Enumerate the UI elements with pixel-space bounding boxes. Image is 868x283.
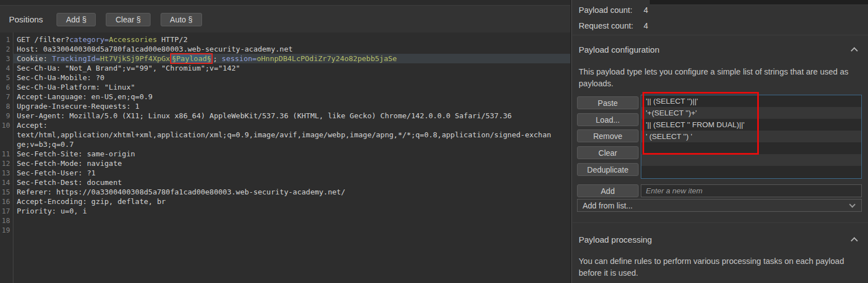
payload-list-empty-row [641, 166, 861, 178]
editor-line[interactable]: 10Accept: [0, 120, 570, 130]
line-number: 18 [0, 216, 13, 225]
line-number: 17 [0, 206, 13, 216]
line-number: 16 [0, 197, 13, 206]
paste-button[interactable]: Paste [577, 96, 639, 109]
line-number: 15 [0, 187, 13, 197]
payload-list-item[interactable]: '|| (SELECT '')||' [641, 95, 861, 107]
collapse-chevron-icon[interactable] [851, 47, 858, 54]
editor-line[interactable]: 5Sec-Ch-Ua-Mobile: ?0 [0, 73, 570, 82]
editor-line[interactable]: 9User-Agent: Mozilla/5.0 (X11; Linux x86… [0, 111, 570, 120]
line-number: 2 [0, 44, 13, 54]
line-content: Sec-Fetch-Site: same-origin [13, 149, 570, 159]
request-count-value: 4 [644, 21, 648, 30]
line-number: 14 [0, 178, 13, 187]
positions-title: Positions [9, 15, 43, 24]
section-divider [573, 222, 868, 223]
line-content: Cookie: TrackingId=Ht7VjkSj9Pf4XpGx§Payl… [13, 54, 570, 63]
editor-line[interactable]: 7Accept-Language: en-US,en;q=0.9 [0, 92, 570, 101]
line-number: 10 [0, 120, 13, 130]
editor-line[interactable]: 2Host: 0a3300400308d5a780fa1cad00e80003.… [0, 44, 570, 54]
clear-button[interactable]: Clear [577, 146, 639, 159]
line-number: 12 [0, 159, 13, 168]
editor-line[interactable]: 13Sec-Fetch-User: ?1 [0, 168, 570, 178]
editor-line[interactable]: 15Referer: https://0a3300400308d5a780fa1… [0, 187, 570, 197]
line-content: Accept-Language: en-US,en;q=0.9 [13, 92, 570, 101]
request-editor[interactable]: 1GET /filter?category=Accessories HTTP/2… [0, 33, 570, 283]
editor-line[interactable]: 11Sec-Fetch-Site: same-origin [0, 149, 570, 159]
auto-section-button[interactable]: Auto § [161, 13, 202, 26]
add-from-list-label: Add from list... [583, 201, 632, 210]
editor-line[interactable]: 19 [0, 225, 570, 235]
line-content: Sec-Ch-Ua-Platform: "Linux" [13, 82, 570, 92]
line-content: text/html,application/xhtml+xml,applicat… [13, 130, 570, 140]
line-content [13, 225, 570, 235]
payload-list-empty-row [641, 142, 861, 154]
line-number: 6 [0, 82, 13, 92]
payload-list-item[interactable]: '+(SELECT '')+' [641, 107, 861, 119]
editor-line[interactable]: ge;v=b3;q=0.7 [0, 140, 570, 149]
payload-list[interactable]: '|| (SELECT '')||' '+(SELECT '')+' '|| (… [641, 95, 862, 179]
payload-configuration-title: Payload configuration [579, 45, 659, 54]
editor-line[interactable]: 16Accept-Encoding: gzip, deflate, br [0, 197, 570, 206]
editor-line[interactable]: 4Sec-Ch-Ua: "Not_A Brand";v="99", "Chrom… [0, 63, 570, 73]
line-content: Sec-Fetch-Mode: navigate [13, 159, 570, 168]
line-content: Host: 0a3300400308d5a780fa1cad00e80003.w… [13, 44, 570, 54]
line-number: 4 [0, 63, 13, 73]
collapse-chevron-icon[interactable] [851, 237, 858, 244]
editor-line[interactable]: text/html,application/xhtml+xml,applicat… [0, 130, 570, 140]
line-number: 11 [0, 149, 13, 159]
payloads-sidebar: Payload count: 4 Request count: 4 Payloa… [573, 0, 868, 283]
line-number: 19 [0, 225, 13, 235]
new-item-input[interactable] [641, 184, 862, 197]
panel-splitter[interactable] [570, 0, 572, 283]
line-content: Referer: https://0a3300400308d5a780fa1ca… [13, 187, 570, 197]
positions-toolbar: Positions Add § Clear § Auto § [0, 6, 570, 33]
editor-line[interactable]: 6Sec-Ch-Ua-Platform: "Linux" [0, 82, 570, 92]
line-content: Priority: u=0, i [13, 206, 570, 216]
line-content: Sec-Fetch-Dest: document [13, 178, 570, 187]
payload-position-marker[interactable]: §Payload§ [170, 53, 213, 64]
line-number: 8 [0, 101, 13, 111]
editor-line[interactable]: 18 [0, 216, 570, 225]
line-content: Accept: [13, 120, 570, 130]
section-divider [573, 35, 868, 35]
payload-list-item[interactable]: ' (SELECT '') ' [641, 131, 861, 142]
add-section-button[interactable]: Add § [57, 13, 96, 26]
payload-count-value: 4 [644, 6, 648, 15]
editor-line[interactable]: 8Upgrade-Insecure-Requests: 1 [0, 101, 570, 111]
line-content [13, 216, 570, 225]
payload-processing-description: You can define rules to perform various … [579, 256, 858, 279]
line-number: 9 [0, 111, 13, 120]
payload-list-empty-row [641, 154, 861, 166]
top-edge-strip [0, 0, 570, 6]
chevron-down-icon [849, 201, 855, 207]
editor-line[interactable]: 3Cookie: TrackingId=Ht7VjkSj9Pf4XpGx§Pay… [0, 54, 570, 63]
deduplicate-button[interactable]: Deduplicate [577, 163, 639, 176]
line-content: Sec-Ch-Ua: "Not_A Brand";v="99", "Chromi… [13, 63, 570, 73]
line-number: 13 [0, 168, 13, 178]
remove-button[interactable]: Remove [577, 129, 639, 142]
add-from-list-dropdown[interactable]: Add from list... [577, 199, 862, 212]
load-button[interactable]: Load... [577, 113, 639, 126]
line-number [0, 140, 13, 149]
editor-line[interactable]: 14Sec-Fetch-Dest: document [0, 178, 570, 187]
line-content: User-Agent: Mozilla/5.0 (X11; Linux x86_… [13, 111, 570, 120]
clear-section-button[interactable]: Clear § [106, 13, 150, 26]
editor-line[interactable]: 1GET /filter?category=Accessories HTTP/2 [0, 35, 570, 44]
top-edge-strip-right [650, 0, 868, 5]
line-number: 1 [0, 35, 13, 44]
editor-line[interactable]: 17Priority: u=0, i [0, 206, 570, 216]
add-button[interactable]: Add [577, 184, 639, 197]
line-content: Sec-Ch-Ua-Mobile: ?0 [13, 73, 570, 82]
positions-panel: Positions Add § Clear § Auto § 1GET /fil… [0, 0, 570, 283]
line-content: GET /filter?category=Accessories HTTP/2 [13, 35, 570, 44]
payload-list-item[interactable]: '|| (SELECT '' FROM DUAL)||' [641, 119, 861, 131]
payload-processing-title: Payload processing [579, 235, 652, 244]
line-content: Sec-Fetch-User: ?1 [13, 168, 570, 178]
editor-line[interactable]: 12Sec-Fetch-Mode: navigate [0, 159, 570, 168]
request-count-label: Request count: [579, 21, 634, 30]
line-content: Accept-Encoding: gzip, deflate, br [13, 197, 570, 206]
line-number: 7 [0, 92, 13, 101]
line-number [0, 130, 13, 140]
payload-count-label: Payload count: [579, 6, 632, 15]
